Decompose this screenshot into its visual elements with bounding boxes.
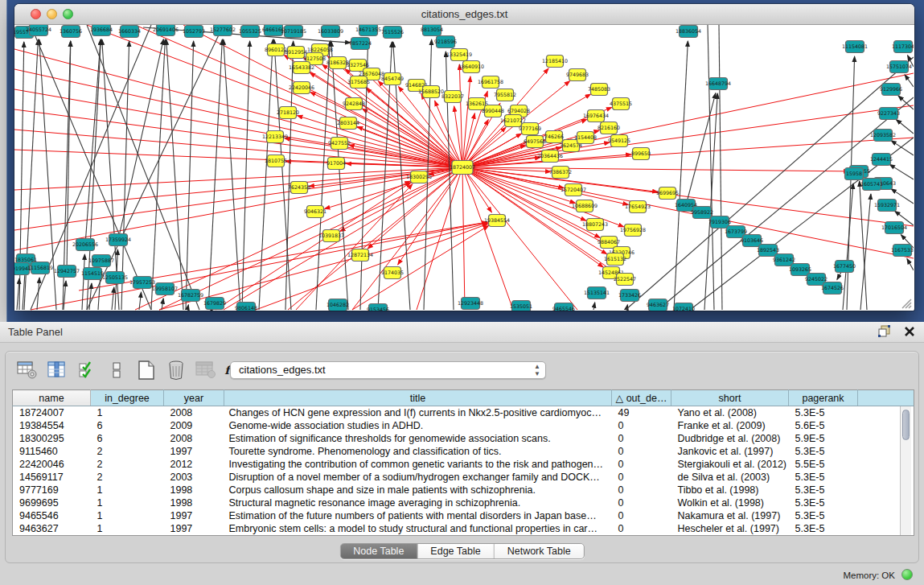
delete-column-icon[interactable]	[166, 360, 187, 380]
table-cell[interactable]: 0	[612, 509, 671, 522]
table-cell[interactable]: 2008	[164, 406, 224, 419]
table-cell[interactable]: 5.9E-5	[789, 432, 858, 445]
table-cell[interactable]: 1	[91, 509, 164, 522]
table-cell[interactable]: 5.6E-5	[789, 419, 858, 432]
citation-edge[interactable]	[285, 41, 294, 310]
citation-edge[interactable]	[211, 310, 211, 311]
table-cell[interactable]: 1997	[164, 522, 224, 535]
network-window-titlebar[interactable]: citations_edges.txt	[14, 4, 914, 25]
citation-edge[interactable]	[891, 141, 914, 155]
citation-edge[interactable]	[82, 254, 84, 310]
float-window-icon[interactable]	[877, 324, 892, 339]
table-cell[interactable]: 5.3E-5	[789, 496, 858, 509]
table-cell[interactable]: 19384554	[13, 419, 91, 432]
table-cell[interactable]: 1	[91, 484, 164, 496]
table-cell[interactable]: 5.3E-5	[789, 445, 858, 458]
table-cell[interactable]: Estimation of significance thresholds fo…	[224, 432, 612, 445]
table-mode-icon[interactable]	[17, 360, 38, 380]
close-icon[interactable]	[903, 325, 916, 338]
column-header-in_degree[interactable]: in_degree	[91, 390, 164, 406]
citation-edge[interactable]	[14, 49, 462, 167]
table-cell[interactable]: 2	[91, 445, 164, 458]
table-cell[interactable]: 22420046	[13, 458, 91, 471]
table-row[interactable]: 977716911998Corpus callosum shape and si…	[13, 484, 914, 496]
table-cell[interactable]: 2003	[164, 471, 224, 484]
table-cell[interactable]: Corpus callosum shape and size in male p…	[224, 484, 612, 496]
table-cell[interactable]: 1998	[164, 496, 224, 509]
table-cell[interactable]: 9463627	[13, 522, 91, 535]
table-panel-titlebar[interactable]: Table Panel	[0, 322, 924, 343]
table-cell[interactable]: 18300295	[13, 432, 91, 445]
table-cell[interactable]: 5.3E-5	[789, 522, 858, 535]
column-header-short[interactable]: short	[671, 390, 789, 406]
table-cell[interactable]: Genome-wide association studies in ADHD.	[224, 419, 612, 432]
new-column-icon[interactable]	[136, 360, 157, 380]
citation-edge[interactable]	[462, 76, 470, 167]
citation-edge[interactable]	[64, 281, 66, 310]
node-table[interactable]: namein_degreeyeartitle△ out_de…shortpage…	[12, 389, 914, 536]
citation-edge[interactable]	[224, 167, 462, 310]
table-cell[interactable]: 2	[91, 458, 164, 471]
table-cell[interactable]: Wolkin et al. (1998)	[671, 496, 789, 509]
table-row[interactable]: 1456911722003Disruption of a novel membe…	[13, 471, 914, 484]
citation-edge[interactable]	[719, 25, 722, 310]
table-cell[interactable]: 5.3E-5	[789, 406, 858, 419]
citation-edge[interactable]	[89, 283, 92, 310]
table-cell[interactable]: Structural magnetic resonance image aver…	[224, 496, 612, 509]
citation-edge[interactable]	[14, 130, 462, 167]
citation-edge[interactable]	[352, 167, 462, 310]
table-row[interactable]: 969969511998Structural magnetic resonanc…	[13, 496, 914, 509]
citation-edge[interactable]	[187, 305, 188, 310]
table-cell[interactable]: 9115460	[13, 445, 91, 458]
table-cell[interactable]: 5.3E-5	[789, 484, 858, 496]
table-cell[interactable]: 9777169	[13, 484, 91, 496]
table-cell[interactable]: 0	[612, 445, 671, 458]
table-cell[interactable]: 5.5E-5	[789, 458, 858, 471]
table-cell[interactable]: 2012	[164, 458, 224, 471]
table-cell[interactable]: 1	[91, 522, 164, 535]
citation-edge[interactable]	[889, 164, 914, 179]
table-row[interactable]: 946554611997Estimation of the future num…	[13, 509, 914, 522]
citation-edge[interactable]	[417, 167, 462, 310]
table-cell[interactable]: Stergiakouli et al. (2012)	[671, 458, 789, 471]
citation-edge[interactable]	[896, 120, 914, 134]
table-cell[interactable]: Tourette syndrome. Phenomenology and cla…	[224, 445, 612, 458]
table-cell[interactable]: Estimation of the future numbers of pati…	[224, 509, 612, 522]
table-cell[interactable]: 1	[91, 406, 164, 419]
table-cell[interactable]: 0	[612, 522, 671, 535]
select-rows-icon[interactable]	[76, 360, 97, 380]
network-canvas[interactable]: 1872400789601228912954182260589127508165…	[14, 25, 914, 311]
table-cell[interactable]: Investigating the contribution of common…	[224, 458, 612, 471]
citation-edge[interactable]	[296, 184, 413, 310]
table-row[interactable]: 2242004622012Investigating the contribut…	[13, 458, 914, 471]
tab-network-table[interactable]: Network Table	[495, 544, 584, 558]
table-scrollbar-thumb[interactable]	[902, 410, 910, 440]
column-header-△ out_de…[interactable]: △ out_de…	[612, 390, 671, 406]
table-cell[interactable]: Changes of HCN gene expression and I(f) …	[224, 406, 612, 419]
network-window[interactable]: citations_edges.txt 18724007896012289129…	[14, 4, 914, 311]
column-header-pagerank[interactable]: pagerank	[789, 390, 858, 406]
citation-edge[interactable]	[166, 39, 183, 310]
table-selector-dropdown[interactable]: citations_edges.txt ▲▼	[230, 361, 546, 379]
citation-edge[interactable]	[462, 167, 849, 171]
tab-node-table[interactable]: Node Table	[340, 544, 417, 558]
table-cell[interactable]: 6	[91, 432, 164, 445]
table-row[interactable]: 1872400712008Changes of HCN gene express…	[13, 406, 914, 419]
column-header-year[interactable]: year	[164, 390, 224, 406]
table-row[interactable]: 911546021997Tourette syndrome. Phenomeno…	[13, 445, 914, 458]
table-cell[interactable]: Yano et al. (2008)	[671, 406, 789, 419]
table-cell[interactable]: 9699695	[13, 496, 91, 509]
citation-edge[interactable]	[704, 93, 717, 310]
tab-edge-table[interactable]: Edge Table	[417, 544, 494, 558]
citation-edge[interactable]	[112, 287, 114, 310]
table-cell[interactable]: Jankovic et al. (1997)	[671, 445, 789, 458]
citation-edge[interactable]	[186, 41, 194, 310]
table-cell[interactable]: 0	[612, 458, 671, 471]
citation-edge[interactable]	[593, 303, 595, 310]
row-height-icon[interactable]	[106, 360, 127, 380]
citation-edge[interactable]	[208, 39, 222, 310]
table-cell[interactable]: 6	[91, 419, 164, 432]
table-cell[interactable]: Tibbo et al. (1998)	[671, 484, 789, 496]
citation-edge[interactable]	[860, 181, 867, 310]
column-header-title[interactable]: title	[224, 390, 612, 406]
